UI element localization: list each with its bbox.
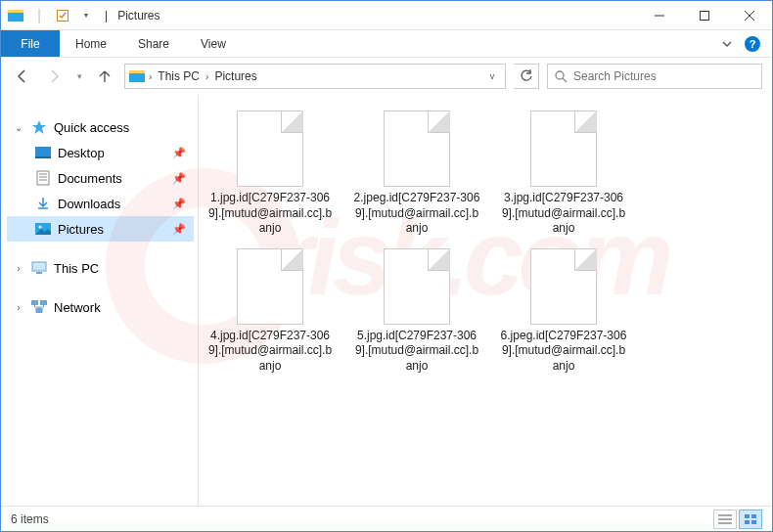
chevron-down-icon[interactable]: ⌄ — [13, 122, 24, 133]
tree-item-pictures[interactable]: Pictures 📌 — [7, 216, 194, 242]
maximize-button[interactable] — [682, 1, 727, 30]
pin-icon: 📌 — [172, 172, 194, 185]
file-name: 1.jpg.id[C279F237-3069].[mutud@airmail.c… — [206, 191, 334, 237]
pictures-icon — [34, 220, 52, 238]
file-generic-icon — [384, 248, 450, 325]
svg-rect-12 — [35, 156, 51, 158]
tree-item-desktop[interactable]: Desktop 📌 — [7, 140, 194, 165]
explorer-app-icon — [7, 7, 24, 24]
file-generic-icon — [384, 111, 450, 187]
tree-item-documents[interactable]: Documents 📌 — [7, 165, 194, 191]
file-generic-icon — [237, 111, 303, 187]
breadcrumb-pictures[interactable]: Pictures — [212, 67, 258, 85]
minimize-button[interactable] — [637, 1, 682, 30]
ribbon-file-tab[interactable]: File — [1, 30, 60, 57]
file-generic-icon — [530, 248, 597, 325]
close-button[interactable] — [727, 1, 772, 30]
star-icon — [30, 118, 48, 136]
svg-rect-24 — [36, 308, 43, 313]
status-bar: 6 items — [1, 506, 772, 531]
nav-forward-button[interactable] — [42, 65, 66, 88]
tree-label: Downloads — [58, 197, 166, 211]
file-item[interactable]: 2.jpeg.id[C279F237-3069].[mutud@airmail.… — [353, 111, 480, 237]
tree-label: Documents — [58, 171, 166, 186]
svg-rect-21 — [36, 272, 42, 274]
svg-rect-8 — [129, 70, 145, 73]
status-count: 6 items — [11, 512, 49, 526]
ribbon-tab-share[interactable]: Share — [122, 30, 185, 57]
breadcrumb[interactable]: › This PC › Pictures v — [124, 64, 506, 89]
svg-rect-1 — [8, 10, 23, 13]
chevron-right-icon[interactable]: › — [13, 302, 24, 313]
svg-rect-23 — [40, 300, 47, 305]
file-name: 4.jpg.id[C279F237-3069].[mutud@airmail.c… — [206, 329, 334, 375]
tree-item-downloads[interactable]: Downloads 📌 — [7, 191, 194, 216]
tree-this-pc[interactable]: › This PC — [7, 255, 194, 281]
nav-back-button[interactable] — [11, 65, 34, 88]
file-item[interactable]: 1.jpg.id[C279F237-3069].[mutud@airmail.c… — [206, 111, 334, 237]
file-item[interactable]: 4.jpg.id[C279F237-3069].[mutud@airmail.c… — [206, 248, 334, 375]
window-title: Pictures — [117, 9, 159, 22]
tree-label: Desktop — [58, 146, 166, 160]
pin-icon: 📌 — [172, 198, 194, 210]
network-icon — [30, 298, 48, 316]
svg-line-10 — [563, 78, 567, 82]
address-bar-row: ▾ › This PC › Pictures v — [1, 58, 772, 95]
view-details-button[interactable] — [713, 510, 737, 529]
file-item[interactable]: 5.jpg.id[C279F237-3069].[mutud@airmail.c… — [353, 248, 480, 375]
title-separator: | — [105, 9, 108, 22]
svg-rect-28 — [745, 514, 750, 518]
pin-icon: 📌 — [172, 147, 194, 159]
file-name: 3.jpg.id[C279F237-3069].[mutud@airmail.c… — [500, 191, 627, 237]
svg-rect-13 — [37, 171, 49, 185]
ribbon-expand-icon[interactable] — [721, 38, 733, 50]
file-name: 2.jpeg.id[C279F237-3069].[mutud@airmail.… — [353, 191, 480, 237]
ribbon-tab-view[interactable]: View — [185, 30, 242, 57]
svg-point-9 — [556, 71, 564, 79]
desktop-icon — [34, 144, 52, 161]
svg-rect-22 — [31, 300, 38, 305]
search-input[interactable] — [573, 69, 755, 83]
svg-rect-31 — [751, 520, 756, 524]
qat-properties-icon[interactable] — [54, 7, 71, 24]
breadcrumb-sep: › — [149, 71, 152, 82]
search-icon — [554, 69, 568, 83]
file-name: 5.jpg.id[C279F237-3069].[mutud@airmail.c… — [353, 329, 480, 375]
breadcrumb-sep: › — [205, 71, 208, 82]
tree-label: Pictures — [58, 222, 166, 237]
refresh-button[interactable] — [514, 64, 539, 89]
tree-label: This PC — [54, 261, 194, 276]
breadcrumb-thispc[interactable]: This PC — [156, 67, 202, 85]
breadcrumb-dropdown-icon[interactable]: v — [483, 71, 501, 81]
downloads-icon — [34, 195, 52, 212]
search-box[interactable] — [547, 64, 762, 89]
chevron-right-icon[interactable]: › — [13, 263, 24, 274]
svg-rect-29 — [751, 514, 756, 518]
breadcrumb-location-icon — [129, 70, 145, 82]
svg-rect-30 — [745, 520, 750, 524]
view-large-icons-button[interactable] — [739, 510, 762, 529]
nav-up-button[interactable] — [93, 65, 116, 88]
navigation-tree: ⌄ Quick access Desktop 📌 Documents 📌 — [1, 95, 199, 506]
svg-rect-4 — [701, 11, 709, 20]
tree-label: Network — [54, 300, 194, 315]
file-item[interactable]: 3.jpg.id[C279F237-3069].[mutud@airmail.c… — [500, 111, 627, 237]
qat-dropdown-icon[interactable]: ▾ — [77, 7, 95, 24]
svg-rect-11 — [35, 147, 51, 156]
title-bar: | ▾ | Pictures — [1, 1, 772, 30]
qat-separator: | — [30, 7, 48, 24]
tree-quick-access[interactable]: ⌄ Quick access — [7, 114, 194, 140]
file-list[interactable]: 1.jpg.id[C279F237-3069].[mutud@airmail.c… — [199, 95, 772, 506]
file-name: 6.jpeg.id[C279F237-3069].[mutud@airmail.… — [500, 329, 627, 375]
ribbon-tab-home[interactable]: Home — [60, 30, 122, 57]
file-generic-icon — [237, 248, 303, 325]
file-generic-icon — [530, 111, 597, 187]
help-icon[interactable]: ? — [745, 36, 760, 52]
tree-label: Quick access — [54, 120, 194, 135]
pin-icon: 📌 — [172, 223, 194, 236]
file-item[interactable]: 6.jpeg.id[C279F237-3069].[mutud@airmail.… — [500, 248, 627, 375]
ribbon: File Home Share View ? — [1, 30, 772, 58]
nav-recent-dropdown[interactable]: ▾ — [73, 65, 85, 88]
tree-network[interactable]: › Network — [7, 294, 194, 320]
svg-point-19 — [39, 226, 42, 229]
